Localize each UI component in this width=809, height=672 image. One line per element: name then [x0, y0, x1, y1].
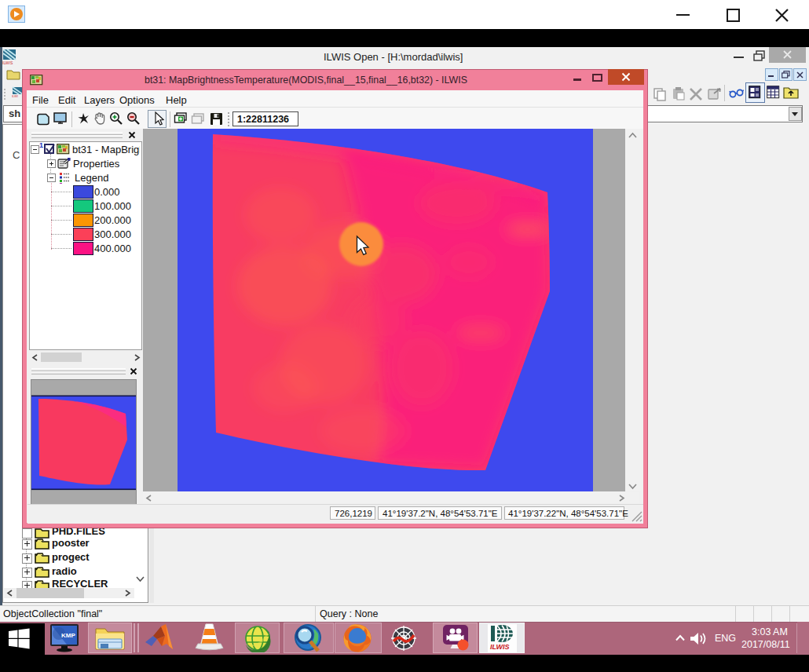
svg-text:ILWI: ILWI [12, 94, 18, 97]
svg-text:ILWIS: ILWIS [490, 643, 510, 651]
svg-text:KMP: KMP [61, 632, 75, 639]
svg-text:ILWIS: ILWIS [2, 60, 13, 65]
